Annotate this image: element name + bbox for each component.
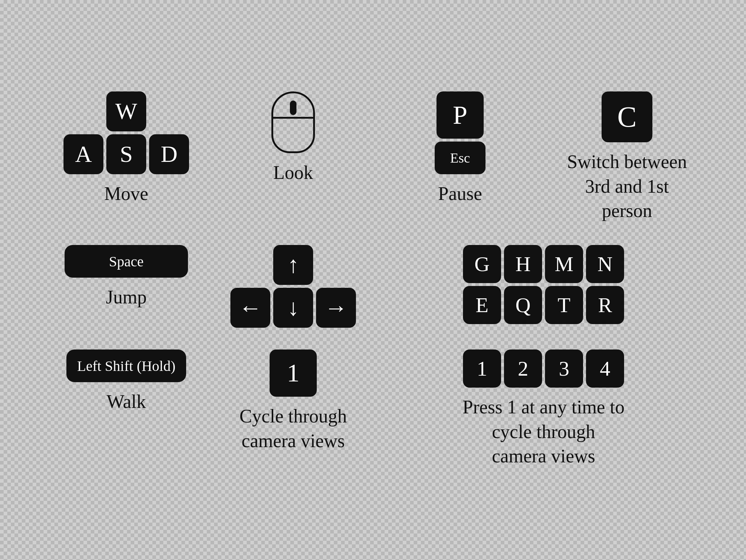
jump-label: Jump [106, 285, 147, 310]
cell-look-arrows [217, 245, 369, 328]
key-t: T [545, 286, 583, 324]
key-num-2: 2 [504, 350, 542, 388]
mouse-button-divider [273, 117, 313, 119]
pause-label: Pause [438, 181, 482, 206]
cell-pause: P Esc Pause [384, 91, 536, 223]
key-num-3: 3 [545, 350, 583, 388]
key-n: N [586, 245, 624, 283]
cell-move: W A S D Move [50, 91, 202, 223]
key-arrow-right [316, 288, 356, 328]
key-num-4: 4 [586, 350, 624, 388]
key-e: E [463, 286, 501, 324]
cell-cycle: 1 Cycle through camera views [217, 350, 369, 469]
key-d: D [149, 134, 189, 174]
cell-hotkeys: G H M N E Q T R [384, 245, 703, 328]
key-s: S [106, 134, 146, 174]
key-h: H [504, 245, 542, 283]
hotkeys-row2: E Q T R [463, 286, 624, 324]
key-num-1: 1 [463, 350, 501, 388]
arrow-top-row [273, 245, 313, 285]
cell-press1: 1 2 3 4 Press 1 at any time to cycle thr… [384, 350, 703, 469]
key-r: R [586, 286, 624, 324]
pause-cluster: P Esc [435, 91, 485, 174]
wasd-bottom-row: A S D [63, 134, 189, 174]
key-arrow-down [273, 288, 313, 328]
key-left-shift: Left Shift (Hold) [66, 350, 186, 382]
look-label: Look [273, 160, 313, 185]
key-c: C [602, 91, 652, 142]
hotkeys-grid: G H M N E Q T R [463, 245, 624, 324]
cell-walk: Left Shift (Hold) Walk [50, 350, 202, 469]
key-a: A [63, 134, 103, 174]
mouse-icon [271, 91, 315, 153]
key-p: P [436, 91, 484, 139]
cycle-label: Cycle through camera views [239, 404, 347, 453]
key-q: Q [504, 286, 542, 324]
walk-label: Walk [107, 389, 146, 414]
keyboard-shortcuts-grid: W A S D Move Look P Esc Pause C Switch b… [28, 70, 718, 490]
num-keys-row: 1 2 3 4 [463, 350, 624, 388]
key-arrow-left [230, 288, 270, 328]
move-label: Move [104, 181, 148, 206]
wasd-cluster: W A S D [63, 91, 189, 174]
key-g: G [463, 245, 501, 283]
arrow-cluster [230, 245, 356, 328]
mouse-scroll-wheel [290, 101, 296, 115]
key-space: Space [65, 245, 188, 278]
cell-look: Look [217, 91, 369, 223]
hotkeys-row1: G H M N [463, 245, 624, 283]
camera-switch-label: Switch between 3rd and 1st person [567, 150, 687, 223]
cell-jump: Space Jump [50, 245, 202, 328]
key-esc: Esc [435, 142, 485, 174]
press1-label: Press 1 at any time to cycle through cam… [463, 395, 624, 469]
key-arrow-up [273, 245, 313, 285]
key-1-cycle: 1 [270, 350, 317, 397]
wasd-top-row: W [106, 91, 146, 131]
key-m: M [545, 245, 583, 283]
cell-camera-switch: C Switch between 3rd and 1st person [551, 91, 703, 223]
key-w: W [106, 91, 146, 131]
arrow-bottom-row [230, 288, 356, 328]
